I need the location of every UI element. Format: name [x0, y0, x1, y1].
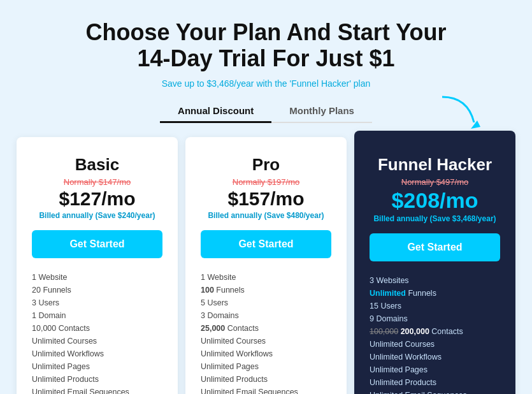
plan-basic-name: Basic	[32, 155, 162, 175]
list-item: Unlimited Workflows	[32, 347, 162, 360]
plan-basic-price: $127/mo	[32, 188, 162, 210]
list-item: Unlimited Workflows	[201, 347, 331, 360]
plan-pro-billing: Billed annually (Save $480/year)	[201, 211, 331, 220]
list-item: 15 Users	[370, 300, 500, 312]
list-item: Unlimited Products	[201, 373, 331, 386]
plan-fh-price: $208/mo	[370, 188, 500, 213]
list-item: Unlimited Products	[32, 373, 162, 386]
tab-annual-discount[interactable]: Annual Discount	[160, 100, 271, 123]
plan-basic-original-price: Normally $147/mo	[32, 177, 162, 187]
list-item: 1 Website	[201, 271, 331, 284]
list-item: 9 Domains	[370, 312, 500, 325]
list-item: Unlimited Courses	[370, 338, 500, 351]
plan-fh-features: 3 Websites Unlimited Funnels 15 Users 9 …	[370, 274, 500, 394]
tab-monthly-plans[interactable]: Monthly Plans	[271, 100, 372, 123]
list-item: Unlimited Email Sequences	[32, 386, 162, 394]
list-item: 25,000 Contacts	[201, 322, 331, 335]
list-item: Unlimited Workflows	[370, 351, 500, 363]
list-item: 3 Websites	[370, 274, 500, 287]
plan-pro: Pro Normally $197/mo $157/mo Billed annu…	[185, 137, 347, 394]
plan-fh-original-price: Normally $497/mo	[370, 177, 500, 187]
list-item: Unlimited Pages	[201, 360, 331, 373]
list-item: 5 Users	[201, 296, 331, 309]
list-item: Unlimited Email Sequences	[370, 389, 500, 394]
list-item: Unlimited Email Sequences	[201, 386, 331, 394]
list-item: 100 Funnels	[201, 284, 331, 296]
plan-fh-cta[interactable]: Get Started	[370, 233, 500, 261]
plan-fh-billing: Billed annually (Save $3,468/year)	[370, 214, 500, 223]
arrow-decoration	[436, 94, 484, 135]
plans-container: Basic Normally $147/mo $127/mo Billed an…	[13, 137, 519, 394]
list-item: Unlimited Pages	[370, 363, 500, 376]
list-item: Unlimited Pages	[32, 360, 162, 373]
plan-pro-features: 1 Website 100 Funnels 5 Users 3 Domains …	[201, 271, 331, 394]
plan-fh-name: Funnel Hacker	[370, 155, 500, 175]
plan-funnel-hacker: Funnel Hacker Normally $497/mo $208/mo B…	[354, 131, 515, 394]
plan-basic-features: 1 Website 20 Funnels 3 Users 1 Domain 10…	[32, 271, 162, 394]
list-item: Unlimited Funnels	[370, 287, 500, 300]
list-item: 10,000 Contacts	[32, 322, 162, 335]
svg-marker-0	[471, 120, 480, 129]
list-item: Unlimited Courses	[201, 335, 331, 347]
plan-pro-original-price: Normally $197/mo	[201, 177, 331, 187]
plan-pro-price: $157/mo	[201, 188, 331, 210]
list-item: 20 Funnels	[32, 284, 162, 296]
tabs-container: Annual Discount Monthly Plans	[160, 100, 372, 123]
plan-basic-cta[interactable]: Get Started	[32, 230, 162, 258]
list-item: Unlimited Products	[370, 376, 500, 389]
plan-pro-cta[interactable]: Get Started	[201, 230, 331, 258]
plan-basic: Basic Normally $147/mo $127/mo Billed an…	[17, 137, 178, 394]
list-item: 1 Domain	[32, 309, 162, 322]
list-item: 3 Domains	[201, 309, 331, 322]
list-item: 100,000 200,000 Contacts	[370, 325, 500, 338]
list-item: Unlimited Courses	[32, 335, 162, 347]
list-item: 3 Users	[32, 296, 162, 309]
subtitle: Save up to $3,468/year with the 'Funnel …	[162, 78, 371, 89]
page-wrapper: Choose Your Plan And Start Your 14-Day T…	[0, 0, 532, 394]
headline: Choose Your Plan And Start Your 14-Day T…	[85, 19, 446, 72]
list-item: 1 Website	[32, 271, 162, 284]
plan-pro-name: Pro	[201, 155, 331, 175]
plan-basic-billing: Billed annually (Save $240/year)	[32, 211, 162, 220]
